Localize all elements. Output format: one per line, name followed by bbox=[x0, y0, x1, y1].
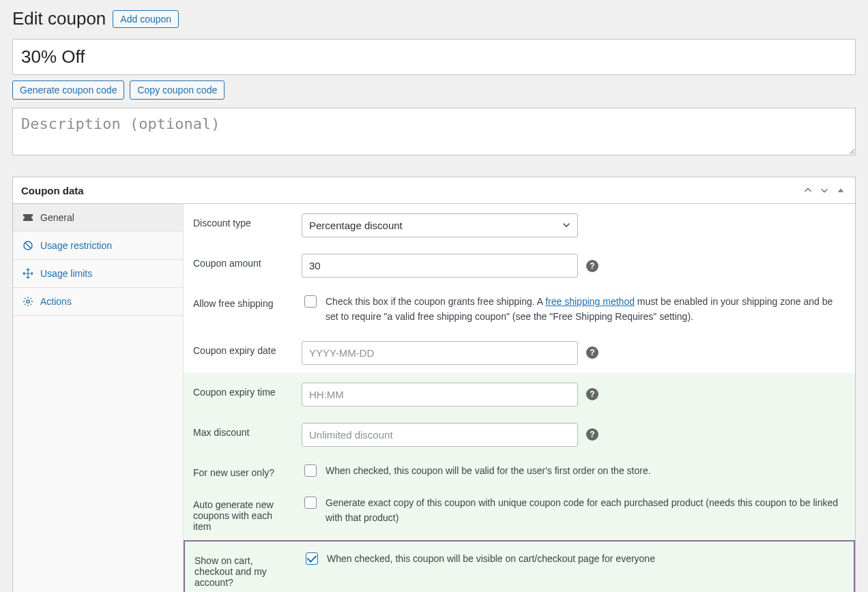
gear-icon bbox=[23, 296, 33, 307]
tab-label: Usage limits bbox=[40, 268, 92, 279]
svg-line-2 bbox=[25, 243, 31, 248]
generate-coupon-code-button[interactable]: Generate coupon code bbox=[12, 80, 124, 100]
show-on-cart-checkbox[interactable] bbox=[306, 552, 318, 565]
free-shipping-checkbox[interactable] bbox=[304, 295, 317, 308]
auto-generate-label: Auto generate new coupons with each item bbox=[193, 495, 292, 532]
help-icon[interactable]: ? bbox=[586, 346, 598, 359]
new-user-checkbox[interactable] bbox=[304, 464, 317, 477]
panel-heading: Coupon data bbox=[21, 185, 84, 196]
panel-toggle-icon[interactable] bbox=[835, 184, 847, 196]
free-shipping-method-link[interactable]: free shipping method bbox=[545, 296, 635, 307]
ticket-icon bbox=[23, 212, 33, 223]
panel-down-icon[interactable] bbox=[818, 184, 830, 196]
help-icon[interactable]: ? bbox=[586, 428, 598, 441]
coupon-title-input[interactable] bbox=[12, 39, 856, 75]
tab-general[interactable]: General bbox=[13, 204, 183, 232]
expiry-time-label: Coupon expiry time bbox=[193, 383, 292, 398]
help-icon[interactable]: ? bbox=[586, 388, 598, 400]
svg-marker-0 bbox=[838, 188, 844, 192]
coupon-amount-input[interactable] bbox=[302, 254, 578, 278]
tab-usage-restriction[interactable]: Usage restriction bbox=[13, 232, 183, 260]
ban-icon bbox=[23, 240, 33, 251]
svg-point-3 bbox=[27, 300, 29, 303]
free-shipping-label: Allow free shipping bbox=[193, 294, 292, 309]
new-user-description: When checked, this coupon will be valid … bbox=[326, 463, 845, 478]
tab-label: General bbox=[40, 212, 74, 223]
auto-generate-checkbox[interactable] bbox=[304, 497, 317, 509]
new-user-label: For new user only? bbox=[193, 463, 292, 478]
expiry-date-input[interactable] bbox=[302, 341, 578, 365]
auto-generate-description: Generate exact copy of this coupon with … bbox=[326, 495, 845, 526]
tab-usage-limits[interactable]: Usage limits bbox=[13, 260, 183, 288]
expiry-date-label: Coupon expiry date bbox=[193, 341, 292, 356]
copy-coupon-code-button[interactable]: Copy coupon code bbox=[130, 80, 225, 100]
discount-type-label: Discount type bbox=[193, 213, 292, 228]
tab-label: Usage restriction bbox=[40, 240, 112, 251]
show-on-cart-description: When checked, this coupon will be visibl… bbox=[327, 551, 844, 566]
coupon-data-panel: Coupon data General bbox=[12, 177, 856, 592]
panel-up-icon[interactable] bbox=[802, 184, 814, 196]
show-on-cart-label: Show on cart, checkout and my account? bbox=[194, 551, 293, 588]
help-icon[interactable]: ? bbox=[586, 260, 598, 272]
max-discount-label: Max discount bbox=[193, 423, 292, 438]
move-icon bbox=[23, 268, 33, 279]
page-title: Edit coupon bbox=[12, 8, 106, 29]
free-shipping-description: Check this box if the coupon grants free… bbox=[326, 294, 845, 325]
tab-label: Actions bbox=[40, 296, 72, 307]
expiry-time-input[interactable] bbox=[302, 383, 578, 406]
add-coupon-button[interactable]: Add coupon bbox=[113, 10, 179, 28]
max-discount-input[interactable] bbox=[302, 423, 578, 447]
coupon-amount-label: Coupon amount bbox=[193, 254, 292, 269]
discount-type-select[interactable]: Percentage discount bbox=[302, 213, 578, 237]
tab-actions[interactable]: Actions bbox=[13, 288, 183, 316]
coupon-description-textarea[interactable] bbox=[12, 108, 856, 156]
